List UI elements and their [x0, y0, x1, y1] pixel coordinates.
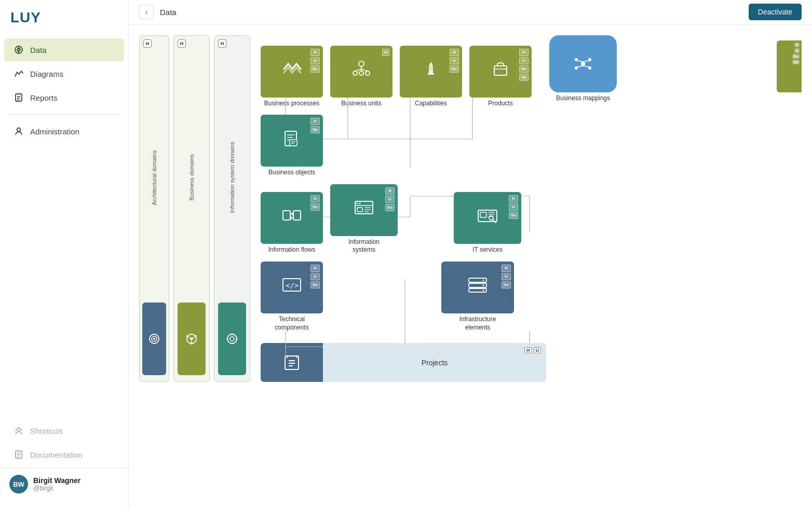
svg-point-18 — [191, 342, 193, 345]
information-flows-icon — [282, 208, 302, 228]
collapse-sidebar-button[interactable]: ‹ — [139, 5, 154, 19]
sidebar-item-data[interactable]: Data — [4, 38, 124, 61]
sidebar-item-administration-label: Administration — [30, 127, 79, 136]
information-flows-badges: H Su — [310, 195, 320, 211]
technical-components-wrapper: H U Su </> — [261, 262, 323, 332]
projects-row: Projects H U — [261, 343, 546, 382]
business-units-wrapper: H — [330, 46, 393, 108]
badge-h: H — [502, 265, 511, 272]
topbar: ‹ Data Deactivate — [129, 0, 812, 25]
svg-point-17 — [195, 335, 197, 337]
page-title: Data — [160, 8, 177, 17]
badge-h: H — [310, 195, 320, 202]
information-systems-label: Informationsystems — [348, 238, 380, 254]
sidebar-item-documentation[interactable]: Documentation — [4, 443, 124, 466]
bottom-nodes-row: H U Su </> — [261, 262, 770, 332]
capabilities-card[interactable]: H U Su — [400, 46, 462, 98]
business-units-card[interactable]: H — [330, 46, 393, 98]
badge-u: U — [450, 57, 459, 64]
it-services-card[interactable]: H U Su — [454, 192, 521, 244]
infrastructure-elements-label: Infrastructureelements — [459, 315, 496, 332]
svg-point-49 — [366, 71, 370, 75]
projects-card-icon[interactable] — [261, 343, 323, 382]
info-lane-block[interactable] — [218, 303, 246, 375]
sidebar-nav: Data Diagrams Reports — [0, 33, 128, 414]
diagram-container: H Architectural domains H Business dom — [129, 25, 812, 393]
infrastructure-elements-card[interactable]: H U Su — [441, 262, 514, 313]
badge-sp: Sp — [519, 74, 529, 81]
main-content: ‹ Data Deactivate H Architectural domain… — [129, 0, 812, 508]
shortcuts-icon — [13, 425, 24, 436]
business-units-label: Business units — [341, 100, 381, 108]
badge-h: H — [382, 49, 389, 56]
sidebar-item-administration[interactable]: Administration — [4, 120, 124, 143]
svg-line-63 — [577, 66, 583, 67]
svg-rect-3 — [16, 94, 22, 101]
info-nodes-row: H Su — [261, 184, 770, 254]
admin-icon — [13, 126, 24, 136]
edge-nodes: H U Su Sp — [777, 35, 802, 382]
svg-point-7 — [17, 128, 21, 132]
business-objects-card[interactable]: H Sp — [261, 115, 323, 167]
capabilities-wrapper: H U Su — [400, 46, 462, 108]
svg-line-61 — [577, 61, 583, 62]
infrastructure-elements-wrapper: H U Su — [441, 262, 514, 332]
edge-node-1[interactable]: H U Su Sp — [777, 40, 802, 92]
business-processes-icon — [282, 61, 302, 80]
badge-su: Su — [385, 204, 395, 211]
business-processes-card[interactable]: H U Su — [261, 46, 323, 98]
svg-rect-78 — [357, 208, 362, 212]
badge-u: U — [519, 57, 529, 64]
svg-rect-53 — [429, 71, 433, 73]
badge-u: U — [502, 273, 511, 280]
diagram-scroll[interactable]: H Architectural domains H Business dom — [129, 25, 812, 508]
information-flows-wrapper: H Su — [261, 192, 323, 254]
sidebar-item-shortcuts[interactable]: Shortcuts — [4, 419, 124, 442]
badge-h: H — [509, 195, 518, 202]
projects-label-area: Projects H U — [323, 343, 546, 382]
badge-su: Su — [310, 65, 320, 73]
business-mappings-card[interactable] — [549, 35, 617, 92]
docs-icon — [13, 449, 24, 460]
diagrams-icon — [13, 68, 24, 79]
svg-point-76 — [357, 203, 358, 204]
products-icon — [491, 60, 510, 82]
svg-point-14 — [153, 338, 155, 340]
business-objects-wrapper: H Sp — [261, 115, 323, 177]
products-label: Products — [488, 100, 512, 108]
badge-su: Su — [450, 65, 459, 73]
badge-h: H — [310, 49, 320, 56]
svg-point-19 — [191, 338, 193, 340]
info-system-domains-lane: H Information system domains — [214, 35, 250, 382]
products-card[interactable]: H U Su Sp — [469, 46, 532, 98]
info-lane-badge: H — [218, 39, 226, 48]
business-mappings-label: Business mappings — [556, 94, 610, 103]
badge-u: U — [385, 196, 395, 203]
information-flows-card[interactable]: H Su — [261, 192, 323, 244]
badge-su: Su — [310, 203, 320, 211]
arch-lane-block[interactable] — [142, 303, 166, 375]
sidebar-item-diagrams[interactable]: Diagrams — [4, 62, 124, 85]
svg-line-20 — [188, 337, 191, 338]
top-nodes-row: H U Su — [261, 35, 770, 108]
sidebar-item-reports[interactable]: Reports — [4, 86, 124, 109]
projects-badge-h: H — [524, 347, 532, 353]
information-systems-card[interactable]: H U Su — [330, 184, 398, 236]
projects-badge-u: U — [534, 347, 542, 353]
deactivate-button[interactable]: Deactivate — [749, 4, 802, 20]
svg-point-56 — [581, 62, 585, 66]
biz-lane-block[interactable] — [178, 303, 206, 375]
technical-components-card[interactable]: H U Su </> — [261, 262, 323, 313]
svg-rect-55 — [494, 66, 507, 75]
user-info: Birgit Wagner @birgit — [33, 476, 80, 492]
badge-sp: Sp — [310, 126, 320, 133]
svg-rect-69 — [290, 140, 297, 146]
sidebar-item-reports-label: Reports — [30, 93, 58, 102]
capabilities-label: Capabilities — [415, 100, 447, 108]
information-systems-icon — [354, 199, 374, 219]
avatar: BW — [9, 475, 28, 493]
business-objects-badges: H Sp — [310, 118, 320, 133]
badge-su: Su — [519, 65, 529, 73]
business-domains-lane: H Business domains — [173, 35, 210, 382]
user-handle: @birgit — [33, 485, 80, 492]
